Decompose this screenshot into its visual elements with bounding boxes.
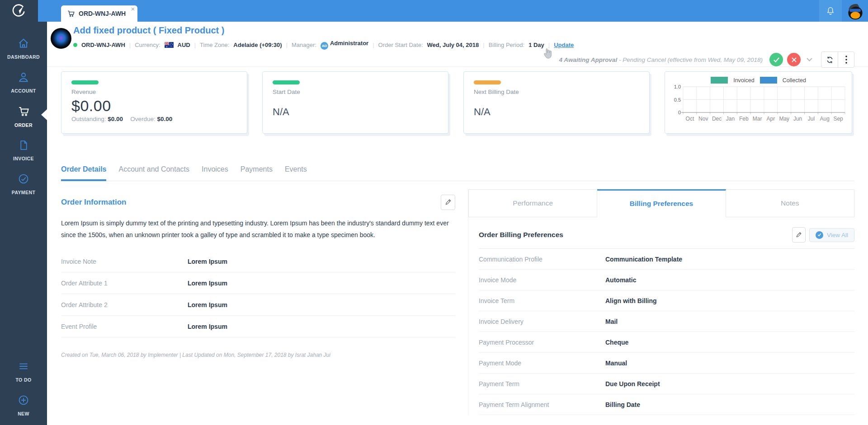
field-value: Billing Date (605, 401, 640, 408)
sidebar-item-order[interactable]: ORDER (0, 99, 47, 133)
order-meta-row: ORD-WNJ-AWH | Currency: AUD (73, 40, 574, 50)
next-billing-value: N/A (474, 106, 639, 118)
revenue-card: Revenue $0.00 Outstanding: $0.00 Overdue… (61, 71, 247, 134)
field-value: Communication Template (605, 256, 682, 263)
separator: | (129, 42, 131, 48)
panel-tab-performance[interactable]: Performance (468, 189, 597, 217)
revenue-value: $0.00 (71, 97, 237, 115)
page-title: Add fixed product ( Fixed Product ) (73, 25, 574, 36)
revenue-sub-row: Outstanding: $0.00 Overdue: $0.00 (71, 116, 237, 122)
order-description: Lorem Ipsum is simply dummy text of the … (61, 217, 455, 241)
svg-text:May: May (779, 116, 789, 122)
notifications-button[interactable] (819, 0, 842, 22)
field-row: Invoice ModeAutomatic (479, 270, 854, 290)
start-date-value: Wed, July 04, 2018 (427, 42, 479, 48)
user-avatar[interactable] (844, 1, 867, 22)
manager-value: ADAdministrator (321, 40, 368, 50)
billing-prefs-header: Order Billing Preferences View All (479, 227, 854, 249)
outstanding: Outstanding: $0.00 (71, 116, 123, 122)
bell-icon (826, 6, 835, 16)
svg-text:Apr: Apr (767, 116, 775, 122)
timezone-value: Adelaide (+09:30) (233, 42, 282, 48)
field-row: Payment Term AlignmentBilling Date (479, 394, 854, 415)
manager-avatar: AD (321, 42, 328, 50)
field-row: Invoice TermAlign with Billing (479, 290, 854, 311)
legend-swatch-collected (760, 77, 777, 84)
sidebar-bottom: TO DONEW (0, 355, 47, 425)
field-row: Invoice DeliveryMail (479, 311, 854, 332)
sidebar-item-dashboard[interactable]: DASHBOARD (0, 32, 47, 65)
sidebar-item-label: DASHBOARD (7, 54, 40, 60)
panel-tab-billing-preferences[interactable]: Billing Preferences (597, 189, 726, 217)
field-label: Payment Term Alignment (479, 401, 605, 408)
billing-period-value: 1 Day (528, 42, 544, 48)
approve-button[interactable] (769, 53, 783, 66)
field-label: Order Attribute 2 (61, 301, 188, 308)
sidebar-item-invoice[interactable]: INVOICE (0, 133, 47, 167)
check-icon (773, 57, 780, 63)
order-tabs: Order DetailsAccount and ContactsInvoice… (61, 165, 854, 181)
created-updated-note: Created on Tue, March 06, 2018 by Implem… (61, 352, 455, 358)
header-actions: 4 Awaiting Approval - Pending Cancel (ef… (559, 51, 854, 68)
svg-text:0: 0 (678, 110, 681, 115)
sidebar-item-todo[interactable]: TO DO (0, 355, 47, 388)
overdue: Overdue: $0.00 (130, 116, 172, 122)
chart-legend: InvoicedCollected (670, 77, 847, 84)
field-value: Lorem Ipsum (188, 258, 227, 265)
close-icon[interactable]: × (131, 5, 135, 13)
separator: | (286, 42, 288, 48)
legend-label: Invoiced (733, 77, 755, 84)
billing-panel: PerformanceBilling PreferencesNotes Orde… (468, 189, 854, 415)
separator: | (483, 42, 484, 48)
field-label: Payment Term (479, 380, 605, 388)
sidebar-item-new[interactable]: NEW (0, 388, 47, 422)
next-billing-label: Next Billing Date (474, 89, 639, 95)
field-value: Manual (605, 360, 627, 367)
sidebar-item-label: ORDER (14, 122, 33, 128)
tab-events[interactable]: Events (285, 165, 307, 181)
svg-text:Feb: Feb (739, 116, 749, 122)
check-circle-icon (816, 231, 823, 239)
update-link[interactable]: Update (554, 42, 574, 48)
logo-mark-icon (11, 3, 27, 19)
tab-account-and-contacts[interactable]: Account and Contacts (118, 165, 189, 181)
svg-text:Jan: Jan (726, 116, 735, 122)
main-area: Add fixed product ( Fixed Product ) ORD-… (47, 22, 868, 425)
order-info-rows: Invoice NoteLorem IpsumOrder Attribute 1… (61, 251, 455, 337)
field-row: Payment ModeManual (479, 353, 854, 374)
svg-text:Oct: Oct (686, 116, 694, 122)
billing-prefs-title: Order Billing Preferences (479, 231, 563, 239)
refresh-icon (826, 56, 834, 64)
field-label: Communication Profile (479, 256, 605, 263)
sidebar-item-label: NEW (18, 411, 29, 416)
more-options-button[interactable] (838, 52, 854, 67)
field-row: Communication ProfileCommunication Templ… (479, 249, 854, 270)
sidebar-item-account[interactable]: ACCOUNT (0, 65, 47, 99)
tab-order-details[interactable]: Order Details (61, 165, 106, 181)
open-order-tab[interactable]: ORD-WNJ-AWH × (61, 5, 137, 22)
revenue-label: Revenue (71, 89, 237, 95)
field-label: Invoice Mode (479, 276, 605, 284)
svg-text:1.0: 1.0 (674, 84, 681, 89)
currency-label: Currency: (135, 42, 160, 48)
field-value: Automatic (605, 276, 636, 284)
content-row: Order Information Lorem Ipsum is simply … (47, 181, 868, 415)
tab-invoices[interactable]: Invoices (202, 165, 228, 181)
app-logo[interactable] (0, 0, 38, 22)
tab-payments[interactable]: Payments (241, 165, 273, 181)
svg-text:Jun: Jun (793, 116, 802, 122)
edit-billing-prefs-button[interactable] (792, 227, 806, 243)
reject-button[interactable] (787, 53, 801, 66)
edit-order-info-button[interactable] (441, 195, 455, 210)
chevron-down-icon[interactable] (807, 58, 812, 61)
view-all-button[interactable]: View All (809, 228, 854, 242)
plus-circle-icon (18, 394, 29, 408)
panel-tab-notes[interactable]: Notes (726, 189, 854, 217)
currency-value: AUD (178, 42, 190, 48)
refresh-button[interactable] (821, 52, 838, 67)
start-date-accent-bar (273, 80, 300, 84)
order-info-title: Order Information (61, 198, 127, 207)
manager-label: Manager: (292, 42, 316, 48)
cart-icon (67, 9, 75, 18)
sidebar-item-payment[interactable]: PAYMENT (0, 167, 47, 201)
